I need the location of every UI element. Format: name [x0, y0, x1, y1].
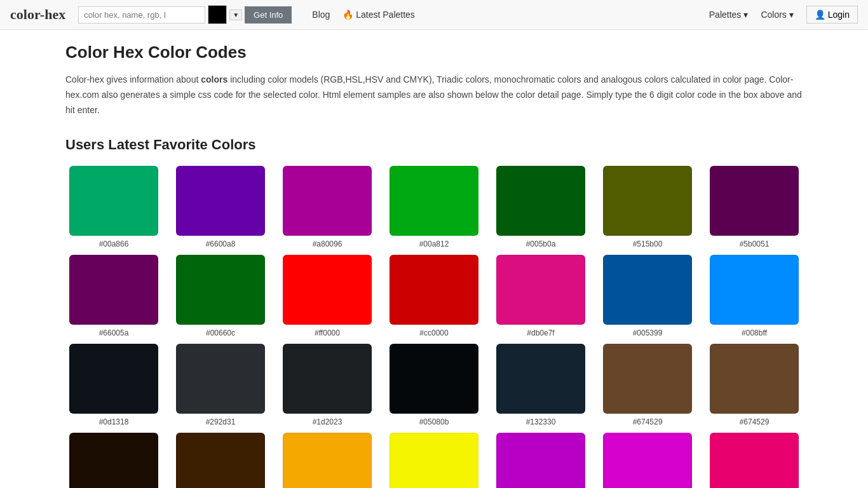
- color-item[interactable]: #a80096: [279, 166, 376, 248]
- color-row-3: #1a0d00#3b1f00#f5a800#f5f500#b800c4#d600…: [65, 433, 803, 488]
- color-item[interactable]: #1d2023: [279, 344, 376, 426]
- color-item[interactable]: #008bff: [706, 255, 803, 337]
- color-label: #674529: [633, 417, 663, 426]
- color-label: #66005a: [99, 329, 129, 337]
- color-label: #cc0000: [419, 329, 448, 337]
- color-item[interactable]: #e8006e: [706, 433, 803, 488]
- color-item[interactable]: #f5f500: [386, 433, 482, 488]
- color-label: #292d31: [206, 417, 236, 426]
- description: Color-hex gives information about colors…: [65, 72, 803, 118]
- color-swatch-button[interactable]: [208, 5, 227, 24]
- color-block: [710, 433, 799, 488]
- color-block: [176, 433, 265, 488]
- color-item[interactable]: #f5a800: [279, 433, 376, 488]
- color-block: [496, 433, 585, 488]
- color-item[interactable]: #05080b: [386, 344, 482, 426]
- color-label: #6600a8: [206, 240, 236, 248]
- color-block: [69, 344, 158, 414]
- palettes-dropdown-arrow: ▾: [743, 10, 748, 20]
- login-label: Login: [828, 10, 850, 20]
- color-item[interactable]: #0d1318: [65, 344, 162, 426]
- login-button[interactable]: 👤 Login: [806, 6, 858, 24]
- color-grid-all: #00a866#6600a8#a80096#00a812#005b0a#515b…: [65, 166, 803, 488]
- nav-links: Blog 🔥 Latest Palettes: [312, 10, 415, 20]
- color-block: [390, 255, 478, 325]
- color-block: [603, 166, 692, 236]
- color-block: [283, 255, 372, 325]
- color-block: [496, 344, 585, 414]
- color-item[interactable]: #ff0000: [279, 255, 376, 337]
- color-label: #005399: [633, 329, 663, 337]
- color-item[interactable]: #1a0d00: [65, 433, 162, 488]
- color-label: #00a812: [419, 240, 449, 248]
- color-item[interactable]: #3b1f00: [172, 433, 269, 488]
- color-item[interactable]: #cc0000: [386, 255, 482, 337]
- palettes-dropdown[interactable]: Palettes ▾: [709, 10, 749, 20]
- color-block: [496, 255, 585, 325]
- color-block: [603, 344, 692, 414]
- color-item[interactable]: #00660c: [172, 255, 269, 337]
- latest-palettes-label: Latest Palettes: [356, 10, 415, 20]
- color-block: [176, 166, 265, 236]
- color-item[interactable]: #515b00: [599, 166, 696, 248]
- color-item[interactable]: #674529: [706, 344, 803, 426]
- color-block: [69, 433, 158, 488]
- swatch-dropdown-arrow[interactable]: ▼: [229, 10, 242, 20]
- section-title: Users Latest Favorite Colors: [65, 137, 803, 153]
- main-content: Color Hex Color Codes Color-hex gives in…: [53, 30, 815, 488]
- search-container: ▼ Get Info: [78, 5, 292, 24]
- color-item[interactable]: #005b0a: [492, 166, 589, 248]
- colors-dropdown[interactable]: Colors ▾: [761, 10, 793, 20]
- color-block: [390, 344, 478, 414]
- color-label: #1d2023: [313, 417, 342, 426]
- color-row-2: #0d1318#292d31#1d2023#05080b#132330#6745…: [65, 344, 803, 426]
- color-item[interactable]: #00a812: [386, 166, 482, 248]
- colors-label: Colors: [761, 10, 786, 20]
- color-block: [496, 166, 585, 236]
- color-block: [710, 166, 799, 236]
- get-info-button[interactable]: Get Info: [245, 6, 292, 24]
- color-item[interactable]: #66005a: [65, 255, 162, 337]
- color-label: #515b00: [633, 240, 663, 248]
- color-block: [603, 255, 692, 325]
- color-block: [69, 255, 158, 325]
- color-item[interactable]: #132330: [492, 344, 589, 426]
- color-item[interactable]: #005399: [599, 255, 696, 337]
- fire-icon: 🔥: [342, 10, 353, 20]
- color-block: [283, 166, 372, 236]
- color-block: [390, 166, 478, 236]
- color-item[interactable]: #d600cc: [599, 433, 696, 488]
- color-label: #00a866: [99, 240, 129, 248]
- page-title: Color Hex Color Codes: [65, 43, 803, 62]
- color-block: [710, 344, 799, 414]
- blog-link[interactable]: Blog: [312, 10, 330, 20]
- search-input[interactable]: [78, 6, 205, 24]
- color-item[interactable]: #b800c4: [492, 433, 589, 488]
- description-text-1: Color-hex gives information about: [65, 74, 201, 85]
- site-logo[interactable]: color-hex: [10, 6, 65, 23]
- color-label: #008bff: [742, 329, 767, 337]
- color-item[interactable]: #6600a8: [172, 166, 269, 248]
- palettes-label: Palettes: [709, 10, 742, 20]
- nav-right: Palettes ▾ Colors ▾ 👤 Login: [709, 6, 858, 24]
- latest-palettes-link[interactable]: 🔥 Latest Palettes: [342, 10, 415, 20]
- color-label: #5b0051: [740, 240, 770, 248]
- color-block: [283, 344, 372, 414]
- color-item[interactable]: #5b0051: [706, 166, 803, 248]
- color-label: #005b0a: [526, 240, 556, 248]
- color-block: [69, 166, 158, 236]
- color-row-0: #00a866#6600a8#a80096#00a812#005b0a#515b…: [65, 166, 803, 248]
- color-item[interactable]: #674529: [599, 344, 696, 426]
- color-block: [603, 433, 692, 488]
- color-label: #a80096: [313, 240, 342, 248]
- color-item[interactable]: #292d31: [172, 344, 269, 426]
- color-item[interactable]: #00a866: [65, 166, 162, 248]
- color-label: #05080b: [419, 417, 449, 426]
- color-block: [390, 433, 478, 488]
- color-label: #0d1318: [99, 417, 129, 426]
- color-item[interactable]: #db0e7f: [492, 255, 589, 337]
- header: color-hex ▼ Get Info Blog 🔥 Latest Palet…: [0, 0, 868, 30]
- color-label: #674529: [740, 417, 770, 426]
- color-label: #132330: [526, 417, 556, 426]
- color-label: #00660c: [206, 329, 235, 337]
